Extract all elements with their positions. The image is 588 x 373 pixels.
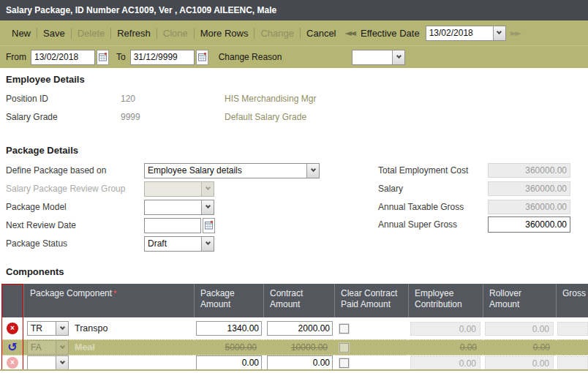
gross-cell — [556, 339, 588, 355]
from-label: From — [6, 52, 26, 62]
contract-amount-input[interactable] — [267, 321, 333, 336]
package-component-header: Package Component* — [23, 284, 194, 317]
annual-taxable-gross-label: Annual Taxable Gross — [378, 202, 488, 212]
previous-effective-date-icon[interactable]: ◄◄ — [345, 28, 356, 38]
rollover-amount-cell: 0.00 — [483, 339, 556, 355]
package-amount-header: Package Amount — [194, 284, 263, 317]
clear-contract-paid-checkbox[interactable] — [339, 358, 349, 368]
save-button[interactable]: Save — [43, 28, 65, 39]
delete-button[interactable]: Delete — [78, 28, 105, 39]
clear-contract-paid-checkbox[interactable] — [339, 343, 349, 353]
package-model-label: Package Model — [6, 202, 144, 212]
bottom-divider — [0, 369, 588, 371]
salary-grade-value: 9999 — [121, 112, 140, 122]
delete-row-icon[interactable]: × — [7, 357, 18, 369]
package-amount-cell — [194, 317, 263, 339]
refresh-button[interactable]: Refresh — [117, 28, 151, 39]
next-review-date-input[interactable] — [144, 218, 201, 233]
component-code-select[interactable] — [27, 355, 69, 370]
next-review-date-label: Next Review Date — [6, 220, 144, 230]
from-date-input[interactable] — [31, 50, 95, 65]
total-employment-cost-label: Total Employment Cost — [378, 165, 488, 176]
components-table: Package Component* Package Amount Contra… — [1, 284, 588, 370]
toolbar-separator — [157, 28, 157, 39]
package-component-cell: FA Meal — [23, 339, 194, 355]
gross-field — [557, 322, 588, 336]
dropdown-arrow-icon — [201, 237, 214, 251]
employee-contribution-cell: 0.00 — [408, 339, 483, 355]
component-code-select[interactable]: TR — [27, 321, 69, 336]
contract-amount-value: 10000.00 — [291, 342, 334, 353]
clear-contract-paid-cell — [334, 339, 408, 355]
required-marker: * — [113, 289, 116, 298]
dropdown-arrow-icon — [493, 26, 505, 40]
toolbar-separator — [71, 28, 72, 39]
contract-amount-cell — [263, 317, 334, 339]
clear-contract-paid-cell — [334, 355, 408, 370]
package-amount-cell: 5000.00 — [194, 339, 263, 355]
package-status-select[interactable]: Draft — [144, 236, 214, 252]
more-rows-button[interactable]: More Rows — [200, 28, 249, 39]
annual-taxable-gross-field: 360000.00 — [488, 200, 570, 214]
cancel-button[interactable]: Cancel — [306, 28, 336, 39]
clear-contract-paid-header: Clear Contract Paid Amount — [334, 284, 408, 317]
define-package-select[interactable]: Employee Salary details — [144, 163, 320, 178]
toolbar-separator — [37, 28, 37, 39]
component-name: Meal — [75, 342, 95, 353]
table-row-action-cell: × — [1, 355, 23, 370]
package-details-heading: Package Details — [6, 145, 78, 156]
employee-details-heading: Employee Details — [6, 74, 85, 85]
change-button[interactable]: Change — [260, 28, 294, 39]
package-amount-input[interactable] — [196, 355, 262, 370]
undo-delete-icon[interactable]: ↺ — [7, 342, 17, 353]
dropdown-arrow-icon — [56, 356, 68, 369]
salary-field: 360000.00 — [488, 181, 570, 196]
to-label: To — [116, 52, 126, 62]
clone-button[interactable]: Clone — [163, 28, 188, 39]
dropdown-arrow-icon — [201, 200, 214, 214]
contract-amount-input[interactable] — [267, 355, 333, 370]
toolbar-separator — [254, 28, 255, 39]
employee-contribution-field: 0.00 — [410, 356, 480, 370]
effective-date-select[interactable]: 13/02/2018 — [426, 26, 506, 41]
define-package-label: Define Package based on — [6, 165, 144, 176]
salary-package-window: Salary Package, ID Number AC1009, Ver , … — [0, 0, 588, 373]
clear-contract-paid-checkbox[interactable] — [339, 324, 349, 334]
contract-amount-header: Contract Amount — [263, 284, 334, 317]
package-amount-cell — [194, 355, 263, 370]
change-reason-label: Change Reason — [219, 52, 282, 62]
rollover-amount-field: 0.00 — [485, 356, 554, 370]
new-button[interactable]: New — [12, 28, 31, 39]
calendar-icon[interactable] — [196, 50, 208, 65]
next-effective-date-icon[interactable]: ►► — [510, 28, 521, 38]
table-row-action-cell: × — [1, 317, 23, 339]
delete-row-icon[interactable]: × — [7, 323, 18, 334]
rollover-amount-value: 0.00 — [533, 342, 556, 353]
package-model-select[interactable] — [144, 200, 214, 215]
gross-field — [557, 356, 588, 370]
contract-amount-cell: 10000.00 — [263, 339, 334, 355]
to-date-input[interactable] — [130, 50, 195, 65]
review-group-select[interactable] — [144, 181, 214, 197]
action-column-header — [1, 284, 23, 317]
toolbar-separator — [194, 28, 195, 39]
components-heading: Components — [6, 266, 64, 277]
window-title: Salary Package, ID Number AC1009, Ver , … — [0, 0, 588, 20]
component-name: Transpo — [75, 323, 108, 334]
change-reason-select[interactable] — [352, 50, 405, 65]
gross-cell — [556, 355, 588, 370]
annual-super-gross-input[interactable] — [488, 216, 570, 233]
calendar-icon[interactable] — [97, 50, 109, 65]
annual-super-gross-label: Annual Super Gross — [378, 219, 488, 230]
rollover-amount-cell: 0.00 — [483, 317, 556, 339]
package-amount-input[interactable] — [196, 321, 262, 336]
gross-header: Gross — [556, 284, 588, 317]
clear-contract-paid-cell — [334, 317, 408, 339]
employee-contribution-field: 0.00 — [410, 322, 480, 336]
component-code-select[interactable]: FA — [27, 340, 69, 355]
dropdown-arrow-icon — [392, 50, 404, 64]
dropdown-arrow-icon — [56, 322, 68, 335]
salary-label: Salary — [378, 184, 488, 194]
package-amount-value: 5000.00 — [225, 342, 263, 353]
calendar-icon[interactable] — [203, 218, 215, 233]
